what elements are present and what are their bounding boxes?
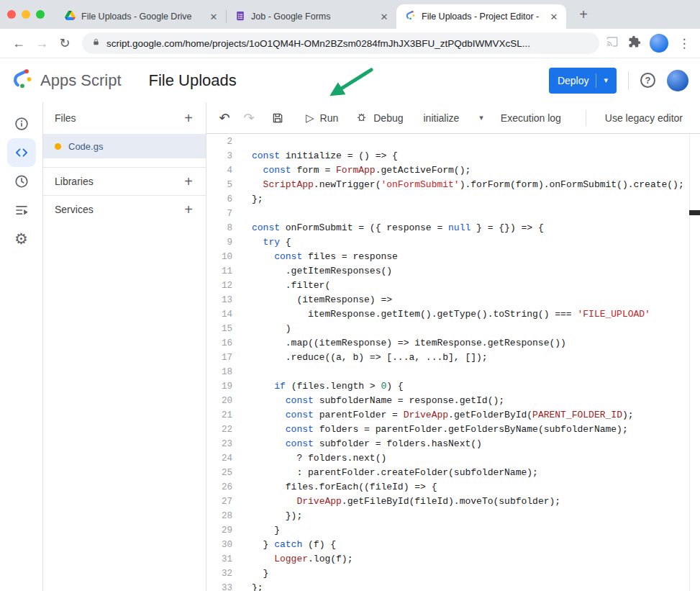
help-icon[interactable]: ? <box>640 73 655 88</box>
browser-profile-avatar[interactable] <box>650 34 668 53</box>
code-line-31[interactable]: 31 Logger.log(f); <box>206 552 689 567</box>
minimize-window-button[interactable] <box>22 10 30 19</box>
code-line-6[interactable]: 6}; <box>206 192 689 207</box>
cast-icon[interactable] <box>605 35 619 51</box>
code-line-10[interactable]: 10 const files = response <box>206 250 689 264</box>
code-line-13[interactable]: 13 (itemResponse) => <box>206 293 689 307</box>
overview-info-icon[interactable] <box>7 109 36 138</box>
tab-google-drive[interactable]: File Uploads - Google Drive ✕ <box>56 4 226 29</box>
code-line-7[interactable]: 7 <box>206 207 689 221</box>
debug-button[interactable]: Debug <box>348 107 410 130</box>
tab-project-editor[interactable]: File Uploads - Project Editor - ✕ <box>396 4 566 29</box>
triggers-clock-icon[interactable] <box>7 167 36 196</box>
use-legacy-editor-button[interactable]: Use legacy editor <box>598 107 690 130</box>
code-line-32[interactable]: 32 } <box>206 567 689 581</box>
services-section[interactable]: Services + <box>43 196 206 223</box>
code-line-28[interactable]: 28 }); <box>206 509 689 523</box>
code-line-21[interactable]: 21 const parentFolder = DriveApp.getFold… <box>206 408 689 423</box>
deploy-button[interactable]: Deploy ▾ <box>549 68 617 94</box>
deploy-caret-icon[interactable]: ▾ <box>604 76 608 85</box>
add-library-icon[interactable]: + <box>184 173 193 190</box>
address-bar[interactable]: script.google.com/home/projects/1oO1QM4H… <box>82 32 599 54</box>
code-text: } catch (f) { <box>252 538 336 552</box>
project-title[interactable]: File Uploads <box>149 71 237 90</box>
code-line-29[interactable]: 29 } <box>206 523 689 538</box>
code-line-22[interactable]: 22 const folders = parentFolder.getFolde… <box>206 423 689 437</box>
unsaved-changes-dot <box>55 143 61 150</box>
execution-log-button[interactable]: Execution log <box>494 107 568 130</box>
code-line-24[interactable]: 24 ? folders.next() <box>206 451 689 466</box>
line-number: 2 <box>206 135 232 149</box>
fullscreen-window-button[interactable] <box>36 10 45 19</box>
code-text: const files = response <box>252 250 398 264</box>
libraries-section[interactable]: Libraries + <box>43 168 206 195</box>
function-select-dropdown[interactable]: initialize ▾ <box>417 107 491 130</box>
tab-close-icon[interactable]: ✕ <box>207 10 220 23</box>
undo-icon[interactable]: ↶ <box>214 107 235 129</box>
editor-code-icon[interactable] <box>7 138 36 167</box>
tab-google-forms[interactable]: Job - Google Forms ✕ <box>227 4 396 29</box>
url-text: script.google.com/home/projects/1oO1QM4H… <box>106 38 530 49</box>
code-line-8[interactable]: 8const onFormSubmit = ({ response = null… <box>206 221 689 235</box>
header-actions: Deploy ▾ ? <box>549 68 688 94</box>
apps-script-favicon <box>405 10 416 23</box>
browser-menu-icon[interactable]: ⋮ <box>677 36 691 51</box>
libraries-label: Libraries <box>55 176 94 187</box>
tab-strip: File Uploads - Google Drive ✕ Job - Goog… <box>0 0 700 29</box>
code-line-33[interactable]: 33}; <box>206 581 689 591</box>
code-line-3[interactable]: 3const initialize = () => { <box>206 149 689 163</box>
forward-icon[interactable]: → <box>30 32 53 55</box>
new-tab-button[interactable]: + <box>573 4 594 24</box>
code-line-5[interactable]: 5 ScriptApp.newTrigger('onFormSubmit').f… <box>206 178 689 192</box>
add-file-icon[interactable]: + <box>184 110 193 127</box>
code-line-16[interactable]: 16 .map((itemResponse) => itemResponse.g… <box>206 336 689 351</box>
editor-toolbar: ↶ ↷ ▷ Run <box>206 102 700 134</box>
code-line-27[interactable]: 27 DriveApp.getFileById(fileId).moveTo(s… <box>206 495 689 509</box>
executions-list-icon[interactable] <box>7 196 36 225</box>
back-icon[interactable]: ← <box>7 32 30 55</box>
code-line-18[interactable]: 18 <box>206 365 689 379</box>
browser-toolbar: ← → ↻ script.google.com/home/projects/1o… <box>0 29 700 58</box>
apps-script-logo <box>12 68 33 93</box>
code-line-2[interactable]: 2 <box>206 135 689 149</box>
code-line-20[interactable]: 20 const subfolderName = response.getId(… <box>206 394 689 408</box>
account-avatar[interactable] <box>667 70 688 91</box>
code-line-12[interactable]: 12 .filter( <box>206 279 689 293</box>
run-button[interactable]: ▷ Run <box>299 107 345 130</box>
code-line-26[interactable]: 26 files.forEach((fileId) => { <box>206 480 689 495</box>
line-number: 30 <box>206 538 232 552</box>
code-line-19[interactable]: 19 if (files.length > 0) { <box>206 379 689 394</box>
code-line-11[interactable]: 11 .getItemResponses() <box>206 264 689 279</box>
code-line-4[interactable]: 4 const form = FormApp.getActiveForm(); <box>206 163 689 178</box>
code-line-14[interactable]: 14 itemResponse.getItem().getType().toSt… <box>206 307 689 322</box>
save-icon[interactable] <box>267 107 288 129</box>
code-text: try { <box>252 235 291 250</box>
code-line-23[interactable]: 23 const subfolder = folders.hasNext() <box>206 437 689 451</box>
refresh-icon[interactable]: ↻ <box>53 32 76 55</box>
code-text: const subfolder = folders.hasNext() <box>252 437 482 451</box>
code-text: .getItemResponses() <box>252 264 392 279</box>
code-editor[interactable]: 23const initialize = () => {4 const form… <box>206 134 700 591</box>
deploy-label: Deploy <box>558 75 589 86</box>
files-header: Files + <box>43 102 206 134</box>
code-line-25[interactable]: 25 : parentFolder.createFolder(subfolder… <box>206 466 689 480</box>
file-name: Code.gs <box>68 141 103 152</box>
code-line-9[interactable]: 9 try { <box>206 235 689 250</box>
redo-icon[interactable]: ↷ <box>238 107 260 129</box>
code-line-30[interactable]: 30 } catch (f) { <box>206 538 689 552</box>
file-item-code-gs[interactable]: Code.gs <box>43 134 206 158</box>
legacy-editor-label: Use legacy editor <box>605 112 683 124</box>
add-service-icon[interactable]: + <box>184 202 193 218</box>
line-number: 15 <box>206 322 232 336</box>
tab-close-icon[interactable]: ✕ <box>547 10 560 23</box>
code-line-15[interactable]: 15 ) <box>206 322 689 336</box>
editor-scrollbar[interactable] <box>689 134 700 591</box>
extensions-puzzle-icon[interactable] <box>628 35 641 51</box>
play-icon: ▷ <box>306 112 314 125</box>
close-window-button[interactable] <box>7 10 16 19</box>
tab-close-icon[interactable]: ✕ <box>378 10 391 23</box>
settings-gear-icon[interactable]: ⚙ <box>7 225 36 253</box>
code-line-17[interactable]: 17 .reduce((a, b) => [...a, ...b], []); <box>206 351 689 365</box>
product-name[interactable]: Apps Script <box>40 71 122 90</box>
code-text: .map((itemResponse) => itemResponse.getR… <box>252 336 566 351</box>
